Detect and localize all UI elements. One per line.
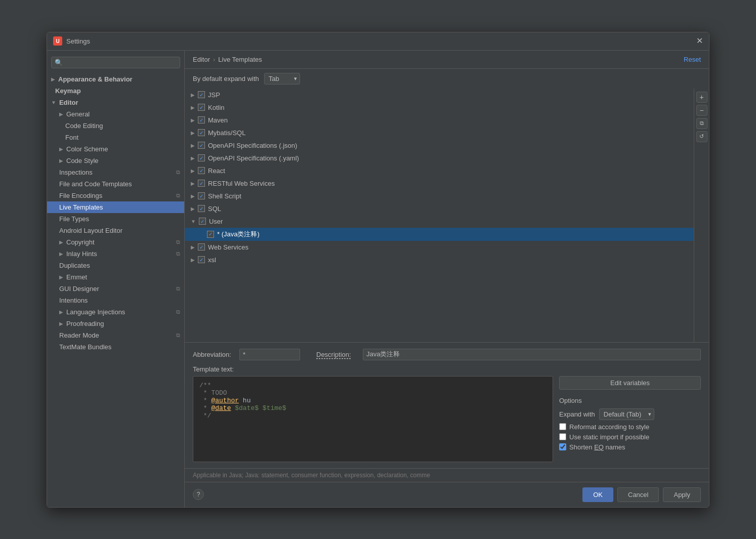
group-label-RESTful: RESTful Web Services [208, 180, 275, 187]
sidebar-item-android-layout-editor[interactable]: Android Layout Editor [47, 225, 184, 236]
main-panel: Editor › Live Templates Reset By default… [185, 51, 709, 507]
sidebar-item-color-scheme[interactable]: ▶ Color Scheme [47, 143, 184, 155]
sidebar-item-intentions[interactable]: Intentions [47, 295, 184, 306]
group-checkbox-xsl[interactable] [198, 256, 205, 263]
options-panel: Edit variables Options Expand with Defau… [559, 376, 701, 462]
group-WebServices[interactable]: ▶ Web Services [185, 241, 694, 254]
expand-with-dropdown-wrapper[interactable]: Default (Tab) Tab Enter Space [599, 408, 654, 420]
templates-list: ▶ JSP ▶ Kotlin ▶ Maven [185, 89, 694, 342]
sidebar-item-label: Code Style [66, 157, 99, 164]
sidebar-item-label: Emmet [66, 273, 87, 281]
group-label-Mybatis: Mybatis/SQL [208, 129, 245, 137]
group-checkbox-SQL[interactable] [198, 205, 205, 212]
group-checkbox-Kotlin[interactable] [198, 104, 205, 111]
search-box[interactable]: 🔍 [51, 57, 180, 68]
sidebar-item-proofreading[interactable]: ▶ Proofreading [47, 318, 184, 329]
close-button[interactable]: ✕ [696, 37, 703, 45]
sidebar-item-language-injections[interactable]: ▶ Language Injections ⧉ [47, 306, 184, 318]
group-label-User: User [209, 218, 223, 225]
template-text-label: Template text: [193, 365, 701, 373]
shorten-eq-checkbox[interactable] [559, 443, 566, 450]
sidebar-item-code-style[interactable]: ▶ Code Style [47, 155, 184, 167]
search-input[interactable] [65, 59, 177, 66]
sidebar-item-inlay-hints[interactable]: ▶ Inlay Hints ⧉ [47, 248, 184, 260]
applicable-text: Applicable in Java; Java: statement, con… [185, 468, 709, 482]
group-checkbox-RESTful[interactable] [198, 180, 205, 187]
sidebar-item-label: Language Injections [66, 308, 125, 316]
arrow-icon: ▶ [59, 321, 63, 326]
group-checkbox-WebServices[interactable] [198, 243, 205, 251]
sidebar-item-keymap[interactable]: Keymap [47, 85, 184, 97]
sidebar-item-textmate-bundles[interactable]: TextMate Bundles [47, 341, 184, 353]
group-OpenAPI-yaml[interactable]: ▶ OpenAPI Specifications (.yaml) [185, 152, 694, 164]
sidebar-item-file-types[interactable]: File Types [47, 213, 184, 225]
remove-button[interactable]: − [696, 105, 707, 116]
templates-container: ▶ JSP ▶ Kotlin ▶ Maven [185, 89, 709, 342]
sidebar-item-font[interactable]: Font [47, 132, 184, 143]
group-JSP[interactable]: ▶ JSP [185, 89, 694, 101]
sidebar-item-duplicates[interactable]: Duplicates [47, 260, 184, 271]
dialog-title: Settings [66, 37, 90, 45]
group-label-JSP: JSP [208, 91, 220, 99]
sidebar-item-gui-designer[interactable]: GUI Designer ⧉ [47, 283, 184, 295]
group-arrow-icon: ▶ [191, 130, 195, 136]
group-checkbox-Shell[interactable] [198, 192, 205, 199]
expand-dropdown-wrapper[interactable]: Tab Enter Space [264, 73, 300, 85]
group-checkbox-React[interactable] [198, 167, 205, 174]
description-input[interactable] [363, 349, 701, 360]
expand-label: By default expand with [193, 75, 259, 82]
group-checkbox-Maven[interactable] [198, 116, 205, 123]
group-label-WebServices: Web Services [208, 243, 248, 251]
ok-button[interactable]: OK [582, 487, 613, 502]
add-button[interactable]: + [696, 92, 707, 103]
expand-dropdown[interactable]: Tab Enter Space [264, 73, 300, 85]
group-Maven[interactable]: ▶ Maven [185, 114, 694, 127]
sidebar-item-code-editing[interactable]: Code Editing [47, 120, 184, 132]
copy-icon: ⧉ [176, 239, 180, 245]
breadcrumb-page: Live Templates [218, 56, 262, 63]
group-React[interactable]: ▶ React [185, 164, 694, 177]
group-checkbox-JSP[interactable] [198, 91, 205, 98]
static-import-checkbox[interactable] [559, 433, 566, 440]
arrow-icon: ▶ [59, 251, 63, 257]
sidebar-item-inspections[interactable]: Inspections ⧉ [47, 167, 184, 178]
group-Shell[interactable]: ▶ Shell Script [185, 190, 694, 202]
group-OpenAPI-json[interactable]: ▶ OpenAPI Specifications (.json) [185, 139, 694, 152]
sidebar-item-appearance[interactable]: ▶ Appearance & Behavior [47, 73, 184, 85]
sidebar-item-file-encodings[interactable]: File Encodings ⧉ [47, 190, 184, 201]
group-arrow-icon: ▶ [191, 105, 195, 110]
group-Kotlin[interactable]: ▶ Kotlin [185, 101, 694, 114]
sidebar-item-general[interactable]: ▶ General [47, 108, 184, 120]
expand-with-dropdown[interactable]: Default (Tab) Tab Enter Space [599, 408, 654, 420]
reformat-checkbox[interactable] [559, 423, 566, 430]
sidebar-item-copyright[interactable]: ▶ Copyright ⧉ [47, 236, 184, 248]
sidebar-item-file-code-templates[interactable]: File and Code Templates [47, 178, 184, 190]
item-checkbox[interactable] [207, 231, 214, 238]
group-checkbox-OpenAPI-json[interactable] [198, 142, 205, 149]
copy-icon: ⧉ [176, 192, 180, 199]
group-checkbox-Mybatis[interactable] [198, 129, 205, 136]
template-item-java-annotation[interactable]: * (Java类注释) [185, 228, 694, 241]
help-button[interactable]: ? [193, 489, 204, 500]
cancel-button[interactable]: Cancel [617, 487, 659, 502]
edit-variables-button[interactable]: Edit variables [559, 376, 701, 390]
group-RESTful[interactable]: ▶ RESTful Web Services [185, 177, 694, 190]
group-xsl[interactable]: ▶ xsl [185, 254, 694, 266]
template-text-box[interactable]: /** * TODO * @author hu * @date $date$ $… [193, 376, 553, 462]
reset-button[interactable]: Reset [684, 56, 701, 63]
group-checkbox-OpenAPI-yaml[interactable] [198, 154, 205, 161]
group-checkbox-User[interactable] [199, 218, 206, 225]
group-User[interactable]: ▼ User [185, 215, 694, 228]
apply-button[interactable]: Apply [663, 487, 701, 502]
arrow-icon: ▶ [59, 274, 63, 280]
copy-button[interactable]: ⧉ [696, 118, 707, 129]
expand-bar: By default expand with Tab Enter Space [185, 69, 709, 89]
sidebar-item-reader-mode[interactable]: Reader Mode ⧉ [47, 329, 184, 341]
sidebar-item-live-templates[interactable]: Live Templates [47, 201, 184, 213]
sidebar-item-editor[interactable]: ▼ Editor [47, 97, 184, 108]
group-SQL[interactable]: ▶ SQL [185, 202, 694, 215]
abbreviation-input[interactable] [239, 349, 300, 360]
group-Mybatis[interactable]: ▶ Mybatis/SQL [185, 127, 694, 139]
sidebar-item-emmet[interactable]: ▶ Emmet [47, 271, 184, 283]
restore-button[interactable]: ↺ [696, 131, 707, 142]
